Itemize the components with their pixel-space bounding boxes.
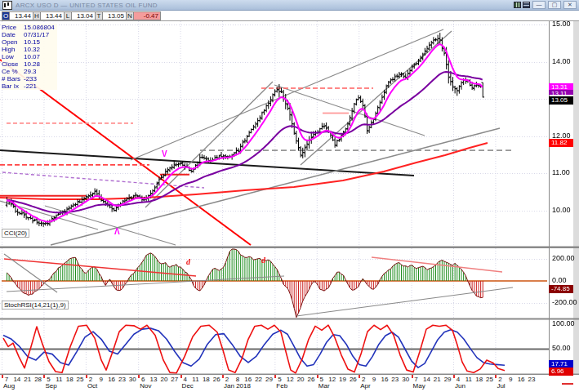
chart-value: 10.07 — [24, 53, 57, 60]
chart-value: 15.086804 — [24, 24, 57, 31]
quote-value: 13.05 — [102, 11, 127, 20]
chart-value-row: Ce %29.3 — [2, 68, 57, 75]
time-axis-tick: 23 — [525, 376, 538, 383]
time-axis-month-label: Mar — [318, 382, 330, 390]
axis-value-box: -74.85 — [549, 285, 573, 293]
time-axis-month-label: Dec — [182, 382, 194, 390]
chart-value-row: # Bars-233 — [2, 75, 57, 82]
month-boundary-tick — [138, 375, 140, 378]
chart-value-label: Date — [2, 31, 24, 38]
quote-value: 13.44 — [40, 11, 65, 20]
chart-surface[interactable] — [0, 21, 579, 375]
axis-tick-label: 14.00 — [552, 58, 571, 65]
chart-value-label: Low — [2, 53, 24, 60]
quote-value: 13.04 — [71, 11, 96, 20]
axis-value-box: 11.82 — [549, 139, 573, 147]
price-axis[interactable]: 15.0014.0012.0011.0010.0013.3113.1113.05… — [549, 21, 579, 375]
axis-value-box: 13.05 — [549, 96, 573, 105]
axis-value-box: 6.96 — [549, 368, 573, 376]
chart-value: -221 — [24, 82, 57, 90]
window-title: ARCX USO D — UNITED STATES OIL FUND — [16, 2, 512, 9]
chart-value: 10.28 — [24, 60, 57, 68]
month-boundary-tick — [43, 375, 45, 378]
time-axis[interactable]: 7Aug1421285Sep1118252Oct91623306Nov13202… — [0, 375, 579, 392]
month-boundary-tick — [412, 375, 413, 378]
axis-tick-label: 15.00 — [552, 20, 571, 28]
chart-value: 07/31/17 — [24, 31, 57, 38]
time-axis-month-label: Feb — [276, 382, 287, 390]
candlestick-chart-icon — [2, 1, 12, 10]
axis-tick-label: 0.00 — [552, 277, 567, 284]
titlebar-tool-icon-2[interactable] — [523, 2, 530, 8]
month-boundary-tick — [274, 375, 276, 378]
quote-value: 13.44 — [9, 11, 33, 20]
chart-value: 10.15 — [24, 38, 57, 46]
chart-value-label: Close — [2, 60, 24, 68]
chart-window: ARCX USO D — UNITED STATES OIL FUND — ▢ … — [0, 0, 579, 392]
month-boundary-tick — [495, 375, 497, 378]
stochrsi-panel-label: StochRSI(14,21(1),9) — [2, 301, 69, 310]
quote-bar: O13.44H13.44L13.04T13.05N-0.47 — [0, 11, 579, 21]
axis-value-box: 13.11 — [549, 90, 573, 95]
month-boundary-tick — [2, 375, 3, 378]
window-titlebar[interactable]: ARCX USO D — UNITED STATES OIL FUND — ▢ … — [0, 0, 579, 11]
chart-value-row: Bar Ix-221 — [2, 82, 57, 90]
chart-value-row: High10.32 — [2, 46, 57, 53]
time-axis-month-label: Jun — [455, 382, 465, 390]
axis-tick-label: -200.00 — [552, 299, 577, 306]
chart-value-label: Price — [2, 24, 24, 31]
month-boundary-tick — [453, 375, 455, 378]
chart-value: 29.3 — [24, 68, 57, 75]
chart-value-label: Open — [2, 38, 24, 46]
time-axis-month-label: Sep — [45, 382, 56, 390]
time-axis-month-label: Oct — [87, 382, 97, 390]
axis-value-box-clipped: 13.11 — [549, 90, 573, 95]
quote-value: -0.47 — [133, 11, 161, 20]
cci-panel-label: CCI(20) — [2, 229, 29, 238]
month-boundary-tick — [180, 375, 182, 378]
chart-value: 10.32 — [24, 46, 57, 53]
time-axis-month-label: Nov — [140, 382, 151, 390]
close-button[interactable]: ✕ — [563, 1, 577, 9]
chart-value-label: High — [2, 46, 24, 53]
axis-tick-label: 100.00 — [552, 320, 575, 327]
minimize-button[interactable]: — — [532, 1, 546, 9]
chart-value-row: Close10.28 — [2, 60, 57, 68]
time-axis-month-label: Jul — [497, 382, 505, 390]
month-boundary-tick — [359, 375, 360, 378]
chart-value-row: Low10.07 — [2, 53, 57, 60]
axis-tick-label: 10.00 — [552, 207, 571, 214]
chart-value-row: Date07/31/17 — [2, 31, 57, 38]
axis-marker — [562, 383, 573, 385]
time-axis-month-label: Apr — [360, 382, 370, 390]
time-axis-month-label: Aug — [3, 382, 15, 390]
time-axis-month-label: Jan 2018 — [224, 382, 251, 390]
chart-value: -233 — [24, 75, 57, 82]
month-boundary-tick — [86, 375, 87, 378]
time-axis-month-label: May — [413, 382, 425, 390]
chart-value-label: # Bars — [2, 75, 24, 82]
chart-value-row: Price15.086804 — [2, 24, 57, 31]
chart-value-row: Open10.15 — [2, 38, 57, 46]
month-boundary-tick — [222, 375, 224, 378]
maximize-button[interactable]: ▢ — [548, 1, 561, 9]
axis-tick-label: 200.00 — [552, 255, 575, 262]
chart-values-panel: Price15.086804Date07/31/17Open10.15High1… — [2, 24, 57, 90]
chart-value-label: Ce % — [2, 68, 24, 75]
axis-tick-label: 11.00 — [552, 169, 570, 176]
titlebar-tool-icon-1[interactable] — [514, 2, 521, 8]
axis-tick-label: 50.00 — [552, 345, 571, 352]
month-boundary-tick — [317, 375, 318, 378]
chart-value-label: Bar Ix — [2, 82, 24, 90]
